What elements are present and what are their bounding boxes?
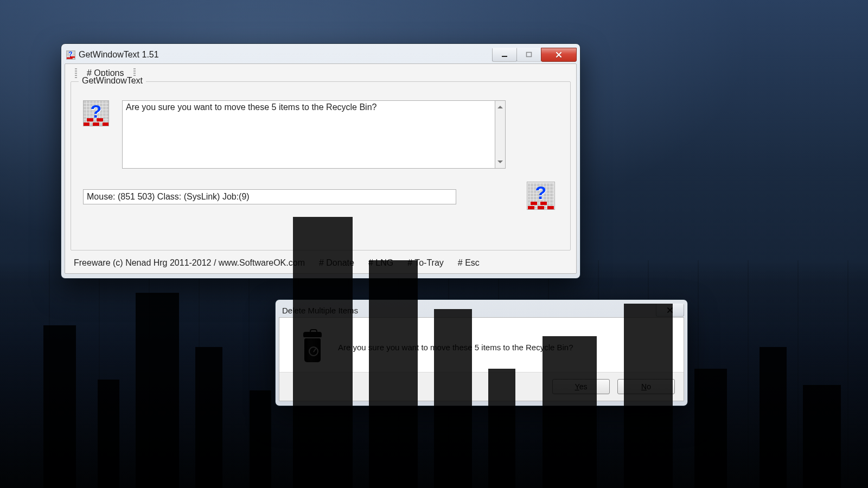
yes-button[interactable]: Yes: [552, 379, 610, 394]
captured-text-output[interactable]: [122, 100, 495, 169]
client-area: # Options GetWindowText ?: [65, 63, 577, 274]
dialog-message: Are you sure you want to move these 5 it…: [338, 343, 573, 352]
window-title: GetWindowText 1.51: [79, 50, 159, 60]
footer-donate-link[interactable]: # Donate: [319, 258, 354, 268]
no-button[interactable]: No: [617, 379, 675, 394]
footer-lng-link[interactable]: # LNG: [368, 258, 393, 268]
toolbar-grip-icon: [75, 68, 77, 78]
svg-rect-1: [527, 53, 532, 57]
crosshair-icon[interactable]: ?: [83, 100, 109, 126]
minimize-button[interactable]: [492, 48, 517, 62]
titlebar[interactable]: ? GetWindowText 1.51: [65, 47, 577, 62]
dialog-button-row: Yes No: [279, 372, 684, 401]
app-icon: ?: [66, 50, 75, 60]
desktop-wallpaper: ? GetWindowText 1.51 # Options: [0, 0, 868, 488]
svg-rect-0: [502, 56, 507, 57]
titlebar[interactable]: Delete Multiple Items: [279, 303, 684, 317]
footer-bar: Freeware (c) Nenad Hrg 2011-2012 / www.S…: [71, 251, 571, 273]
footer-copyright: Freeware (c) Nenad Hrg 2011-2012 / www.S…: [74, 258, 305, 268]
close-button[interactable]: [656, 304, 684, 317]
getwindowtext-group: GetWindowText ? ?: [71, 81, 571, 251]
status-line[interactable]: [83, 189, 456, 204]
drag-target-icon[interactable]: ?: [527, 182, 555, 210]
dialog-title: Delete Multiple Items: [279, 306, 358, 315]
window-controls: [493, 48, 577, 62]
footer-totray-link[interactable]: # To-Tray: [407, 258, 444, 268]
scrollbar[interactable]: [495, 100, 506, 169]
close-button[interactable]: [541, 48, 577, 62]
group-label: GetWindowText: [79, 76, 146, 86]
dialog-client: Are you sure you want to move these 5 it…: [279, 317, 684, 401]
getwindowtext-window: ? GetWindowText 1.51 # Options: [61, 43, 580, 279]
footer-esc-link[interactable]: # Esc: [458, 258, 480, 268]
maximize-button[interactable]: [516, 48, 541, 62]
recycle-bin-icon: [302, 332, 323, 362]
delete-dialog-window: Delete Multiple Items Are you sure you w…: [275, 299, 688, 406]
